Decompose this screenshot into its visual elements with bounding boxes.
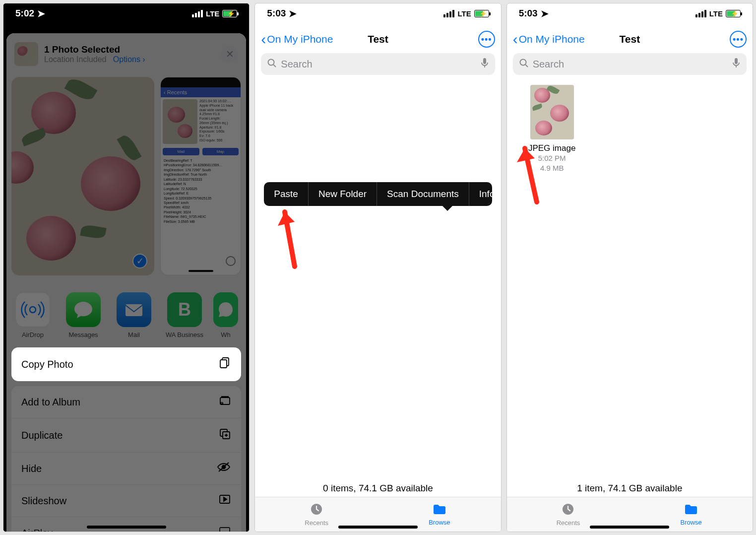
nav-title: Test xyxy=(620,33,640,45)
battery-icon: ⚡ xyxy=(726,10,741,17)
share-subtitle: Location Included Options › xyxy=(44,55,145,64)
search-icon xyxy=(267,58,277,70)
svg-rect-3 xyxy=(220,360,227,368)
mic-icon[interactable] xyxy=(732,58,741,71)
meta-mail-btn: Mail xyxy=(163,148,199,155)
annotation-arrow xyxy=(512,137,552,207)
photos-scroller[interactable]: ✓ ‹ Recents 2021:04:30 16:02:… Apple iPh… xyxy=(6,68,246,279)
clock-icon xyxy=(561,502,575,518)
storage-status: 1 item, 74.1 GB available xyxy=(507,483,753,494)
hide-icon xyxy=(216,462,231,475)
duplicate-icon xyxy=(218,427,231,443)
selected-check-icon: ✓ xyxy=(132,254,147,268)
meta-nav: ‹ Recents xyxy=(161,87,241,97)
network-label: LTE xyxy=(457,9,471,18)
svg-point-14 xyxy=(520,59,526,65)
search-placeholder: Search xyxy=(533,59,564,70)
mic-icon[interactable] xyxy=(480,58,489,71)
files-body[interactable]: Paste New Folder Scan Documents Info xyxy=(255,78,501,497)
screen-files-empty: 5:03➤ LTE⚡ ‹On My iPhone Test ••• Search… xyxy=(254,3,501,532)
network-label: LTE xyxy=(709,9,723,18)
menu-info[interactable]: Info xyxy=(469,182,502,206)
back-button[interactable]: ‹On My iPhone xyxy=(513,32,585,47)
search-field[interactable]: Search xyxy=(513,53,747,75)
airplay-row[interactable]: AirPlay xyxy=(11,517,241,532)
share-header: 1 Photo Selected Location Included Optio… xyxy=(6,38,246,68)
location-arrow-icon: ➤ xyxy=(541,8,549,19)
copy-photo-card[interactable]: Copy Photo xyxy=(11,347,241,381)
album-icon xyxy=(218,395,231,409)
status-time: 5:02 xyxy=(15,8,34,19)
more-button[interactable]: ••• xyxy=(730,31,747,48)
duplicate-row[interactable]: Duplicate xyxy=(11,418,241,452)
airdrop-icon xyxy=(15,292,50,327)
photo-metadata-preview[interactable]: ‹ Recents 2021:04:30 16:02:… Apple iPhon… xyxy=(160,77,241,275)
chevron-left-icon: ‹ xyxy=(513,32,518,47)
menu-tail-icon xyxy=(442,206,452,211)
storage-status: 0 items, 74.1 GB available xyxy=(255,483,501,494)
menu-new-folder[interactable]: New Folder xyxy=(309,182,377,206)
signal-icon xyxy=(443,10,454,17)
close-button[interactable]: ✕ xyxy=(221,46,238,63)
folder-icon xyxy=(684,503,698,518)
signal-icon xyxy=(192,10,203,17)
file-thumbnail xyxy=(530,85,574,139)
meta-home-indicator xyxy=(189,270,213,272)
slideshow-icon xyxy=(218,494,231,508)
status-bar: 5:03➤ LTE⚡ xyxy=(507,3,753,23)
clock-icon xyxy=(310,502,323,518)
svg-point-0 xyxy=(30,307,36,313)
search-field[interactable]: Search xyxy=(261,53,495,75)
search-placeholder: Search xyxy=(281,59,312,70)
target-wa-business[interactable]: B WA Business xyxy=(165,292,204,338)
copy-photo-label: Copy Photo xyxy=(21,359,73,370)
share-title: 1 Photo Selected xyxy=(44,44,145,55)
copy-icon xyxy=(218,356,231,372)
network-label: LTE xyxy=(206,9,219,18)
location-arrow-icon: ➤ xyxy=(289,8,297,19)
target-messages[interactable]: Messages xyxy=(64,292,103,338)
screen-files-with-item: 5:03➤ LTE⚡ ‹On My iPhone Test ••• Search… xyxy=(506,3,753,532)
annotation-arrow xyxy=(275,202,310,271)
options-link[interactable]: Options › xyxy=(113,55,145,64)
meta-map-btn: Map xyxy=(202,148,239,155)
chevron-left-icon: ‹ xyxy=(261,32,266,47)
slideshow-row[interactable]: Slideshow xyxy=(11,484,241,517)
target-whatsapp[interactable]: Wh xyxy=(216,292,236,338)
whatsapp-business-icon: B xyxy=(167,292,202,327)
add-to-album-row[interactable]: Add to Album xyxy=(11,386,241,418)
screen-share-sheet: 5:02 ➤ LTE ⚡ 1 Photo Selected Location I… xyxy=(3,3,250,532)
home-indicator[interactable] xyxy=(87,526,166,529)
svg-rect-15 xyxy=(735,58,738,64)
folder-icon xyxy=(432,503,447,518)
nav-title: Test xyxy=(368,33,388,45)
more-button[interactable]: ••• xyxy=(478,31,495,48)
search-icon xyxy=(519,58,529,70)
svg-point-11 xyxy=(268,59,274,65)
signal-icon xyxy=(695,10,706,17)
selected-photo[interactable]: ✓ xyxy=(11,77,154,275)
share-targets-row[interactable]: AirDrop Messages Mail B WA Business xyxy=(6,279,246,343)
menu-scan-documents[interactable]: Scan Documents xyxy=(377,182,469,206)
svg-rect-1 xyxy=(126,304,142,316)
meta-circle-icon xyxy=(226,256,236,266)
target-mail[interactable]: Mail xyxy=(115,292,153,338)
status-bar: 5:03➤ LTE⚡ xyxy=(255,3,501,23)
battery-icon: ⚡ xyxy=(474,10,489,17)
home-indicator[interactable] xyxy=(338,526,418,529)
mail-icon xyxy=(117,292,151,327)
hide-row[interactable]: Hide xyxy=(11,452,241,484)
svg-rect-10 xyxy=(220,528,230,532)
status-bar: 5:02 ➤ LTE ⚡ xyxy=(3,3,249,23)
location-arrow-icon: ➤ xyxy=(37,8,45,19)
battery-icon: ⚡ xyxy=(222,10,237,17)
share-sheet: 1 Photo Selected Location Included Optio… xyxy=(6,33,246,532)
target-airdrop[interactable]: AirDrop xyxy=(13,292,52,338)
airplay-icon xyxy=(218,526,231,532)
files-body[interactable]: JPEG image 5:02 PM 4.9 MB xyxy=(507,78,753,497)
share-thumbnail xyxy=(14,42,38,66)
home-indicator[interactable] xyxy=(590,526,669,529)
status-time: 5:03 xyxy=(267,8,286,19)
back-button[interactable]: ‹On My iPhone xyxy=(261,32,333,47)
whatsapp-icon xyxy=(213,292,238,327)
